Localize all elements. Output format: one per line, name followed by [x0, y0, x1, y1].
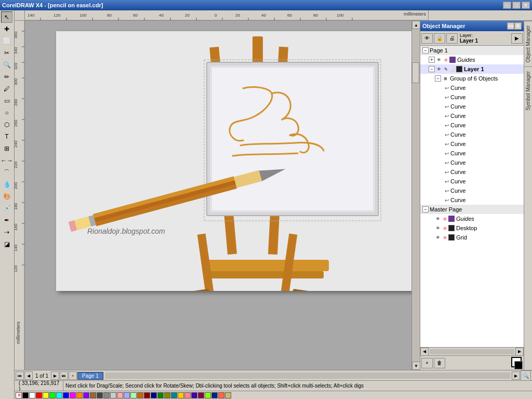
teal-swatch[interactable] [171, 392, 177, 398]
vscroll-down-button[interactable]: ▼ [412, 362, 420, 370]
curve-9-item[interactable]: ↩ Curve [420, 158, 524, 167]
maximize-button[interactable]: □ [512, 2, 521, 9]
curve-1-item[interactable]: ↩ Curve [420, 83, 524, 92]
freehand-tool[interactable]: ✏ [1, 71, 12, 83]
show-all-button[interactable]: 👁 [421, 33, 433, 44]
lightgray-swatch[interactable] [110, 392, 116, 398]
black-swatch[interactable] [22, 392, 29, 398]
orange-swatch[interactable] [76, 392, 83, 398]
brown-swatch[interactable] [90, 392, 96, 398]
indigo-swatch[interactable] [191, 392, 197, 398]
print-all-button[interactable]: 🖨 [446, 33, 458, 44]
guides-expand[interactable]: + [429, 57, 435, 63]
hscroll-left-button[interactable]: ◀ [420, 348, 429, 356]
transparency-tool[interactable]: ◪ [1, 238, 12, 250]
vscroll-up-button[interactable]: ▲ [412, 21, 420, 29]
hscroll-right[interactable]: ▶ [512, 371, 520, 380]
maroon-swatch[interactable] [198, 392, 204, 398]
curve-11-item[interactable]: ↩ Curve [420, 177, 524, 186]
fill-tool[interactable]: 💧 [1, 179, 12, 190]
page1-item[interactable]: − Page 1 [420, 46, 524, 55]
coral-swatch[interactable] [218, 392, 224, 398]
curve-10-item[interactable]: ↩ Curve [420, 167, 524, 177]
close-button[interactable]: ✕ [522, 2, 530, 9]
dimension-tool[interactable]: ←→ [1, 155, 12, 166]
smart-draw-tool[interactable]: 🖊 [1, 83, 12, 95]
curve-3-item[interactable]: ↩ Curve [420, 102, 524, 111]
salmon-swatch[interactable] [184, 392, 191, 398]
yellow-swatch[interactable] [43, 392, 49, 398]
master-guides-item[interactable]: 👁 ⊘ Guides [420, 214, 524, 223]
curve-13-item[interactable]: ↩ Curve [420, 195, 524, 205]
group-expand[interactable]: − [435, 75, 441, 82]
blue-swatch[interactable] [63, 392, 69, 398]
master-grid-item[interactable]: 👁 ⊘ Grid [420, 233, 524, 242]
delete-button[interactable]: 🗑 [434, 358, 445, 368]
darkred-swatch[interactable] [144, 392, 150, 398]
curve-5-item[interactable]: ↩ Curve [420, 121, 524, 130]
pick-tool[interactable]: ✚ [1, 23, 12, 35]
panel-options-button[interactable]: ▶ [511, 33, 523, 44]
lime-swatch[interactable] [205, 392, 211, 398]
darkorange-swatch[interactable] [137, 392, 143, 398]
hscroll-track[interactable] [430, 349, 514, 354]
curve-4-item[interactable]: ↩ Curve [420, 111, 524, 121]
group-item[interactable]: − ⊞ Group of 6 Objects [420, 74, 524, 83]
navy-swatch[interactable] [211, 392, 218, 398]
page-tab[interactable]: Page 1 [77, 372, 103, 380]
ellipse-tool[interactable]: ○ [1, 107, 12, 118]
cyan-swatch[interactable] [56, 392, 62, 398]
master-page-expand[interactable]: − [422, 206, 429, 212]
curve-7-item[interactable]: ↩ Curve [420, 139, 524, 149]
curve-8-item[interactable]: ↩ Curve [420, 149, 524, 158]
panel-expand-button[interactable]: >> [507, 22, 514, 30]
purple-swatch[interactable] [83, 392, 89, 398]
master-desktop-item[interactable]: 👁 ⊘ Desktop [420, 223, 524, 233]
interactive-fill[interactable]: 🎨 [1, 191, 12, 202]
lightgreen-swatch[interactable] [130, 392, 137, 398]
master-page-item[interactable]: − Master Page [420, 205, 524, 214]
darkgreen-swatch[interactable] [157, 392, 164, 398]
zoom-tool[interactable]: 🔍 [1, 59, 12, 71]
outline-tool[interactable]: ✒ [1, 215, 12, 226]
guides-item[interactable]: + 👁 ⊘ Guides [420, 55, 524, 64]
darkgray-swatch[interactable] [97, 392, 103, 398]
pink-swatch[interactable] [117, 392, 123, 398]
symbol-manager-tab[interactable]: Symbol Manager [524, 66, 533, 115]
panel-tree[interactable]: − Page 1 + 👁 ⊘ Guides [420, 46, 524, 347]
curve-12-item[interactable]: ↩ Curve [420, 186, 524, 195]
select-tool[interactable]: ↖ [1, 11, 12, 23]
gray-swatch[interactable] [103, 392, 110, 398]
gold-swatch[interactable] [178, 392, 184, 398]
vscroll-track[interactable] [412, 29, 420, 362]
white-swatch[interactable] [29, 392, 35, 398]
minimize-button[interactable]: − [503, 2, 511, 9]
no-fill-swatch[interactable]: ✕ [16, 392, 22, 398]
hscroll-right-button[interactable]: ▶ [515, 348, 524, 356]
lightblue-swatch[interactable] [124, 392, 130, 398]
shape-tool[interactable]: ⬜ [1, 35, 12, 47]
khaki-swatch[interactable] [225, 392, 231, 398]
panel-close-button[interactable]: ✕ [514, 22, 522, 30]
red-swatch[interactable] [36, 392, 42, 398]
add-page-button[interactable]: + [69, 371, 77, 380]
darkblue-swatch[interactable] [151, 392, 157, 398]
hscroll-track-canvas[interactable] [105, 373, 510, 379]
crop-tool[interactable]: ✂ [1, 47, 12, 59]
first-page-button[interactable]: ⏮ [16, 371, 24, 380]
prev-page-button[interactable]: ◀ [24, 371, 33, 380]
green-swatch[interactable] [49, 392, 56, 398]
magenta-swatch[interactable] [70, 392, 76, 398]
page1-expand[interactable]: − [422, 47, 429, 54]
curve-6-item[interactable]: ↩ Curve [420, 130, 524, 139]
new-layer-button[interactable]: + [421, 358, 433, 368]
lock-all-button[interactable]: 🔒 [434, 33, 445, 44]
layer1-item[interactable]: − 👁 ✎ ⬜ Layer 1 [420, 64, 524, 74]
next-page-button[interactable]: ▶ [51, 371, 59, 380]
text-tool[interactable]: T [1, 131, 12, 142]
table-tool[interactable]: ⊞ [1, 143, 12, 154]
olive-swatch[interactable] [164, 392, 170, 398]
last-page-button[interactable]: ⏭ [60, 371, 68, 380]
object-manager-tab[interactable]: Object Manager [524, 21, 533, 66]
layer1-expand[interactable]: − [429, 66, 435, 72]
